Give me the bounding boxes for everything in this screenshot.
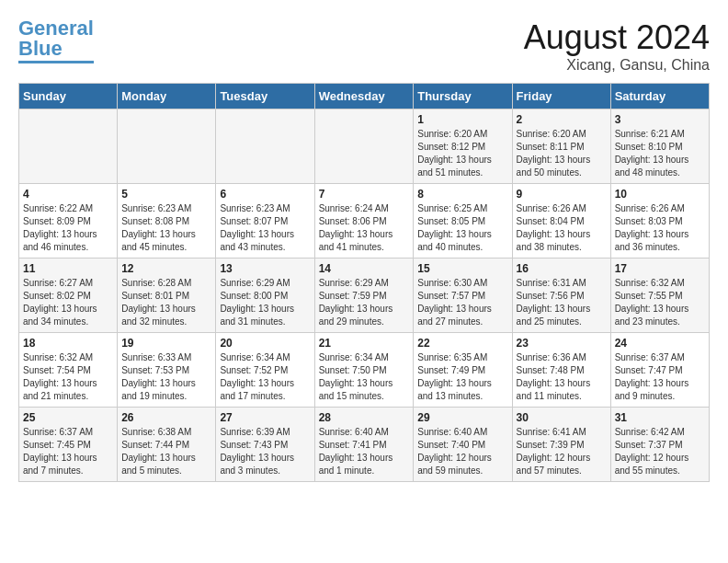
day-info: Sunrise: 6:29 AM Sunset: 7:59 PM Dayligh…: [319, 277, 410, 328]
day-info: Sunrise: 6:35 AM Sunset: 7:49 PM Dayligh…: [417, 351, 507, 403]
day-number: 17: [615, 262, 705, 275]
table-row: 26Sunrise: 6:38 AM Sunset: 7:44 PM Dayli…: [118, 408, 216, 482]
day-number: 30: [517, 411, 607, 424]
day-info: Sunrise: 6:34 AM Sunset: 7:50 PM Dayligh…: [319, 351, 410, 403]
day-info: Sunrise: 6:21 AM Sunset: 8:10 PM Dayligh…: [615, 128, 705, 179]
day-number: 28: [319, 411, 410, 424]
day-info: Sunrise: 6:34 AM Sunset: 7:52 PM Dayligh…: [220, 351, 310, 403]
table-row: [19, 109, 118, 184]
calendar-week-row: 18Sunrise: 6:32 AM Sunset: 7:54 PM Dayli…: [19, 333, 710, 408]
day-info: Sunrise: 6:32 AM Sunset: 7:55 PM Dayligh…: [615, 277, 705, 328]
day-number: 31: [615, 411, 705, 424]
day-info: Sunrise: 6:30 AM Sunset: 7:57 PM Dayligh…: [417, 277, 507, 328]
table-row: 28Sunrise: 6:40 AM Sunset: 7:41 PM Dayli…: [314, 408, 414, 482]
day-info: Sunrise: 6:22 AM Sunset: 8:09 PM Dayligh…: [23, 202, 113, 254]
day-number: 14: [319, 262, 410, 275]
table-row: 7Sunrise: 6:24 AM Sunset: 8:06 PM Daylig…: [314, 184, 414, 259]
day-info: Sunrise: 6:42 AM Sunset: 7:37 PM Dayligh…: [615, 426, 705, 477]
day-info: Sunrise: 6:40 AM Sunset: 7:41 PM Dayligh…: [319, 426, 410, 477]
day-number: 2: [517, 113, 607, 126]
table-row: 8Sunrise: 6:25 AM Sunset: 8:05 PM Daylig…: [414, 184, 512, 259]
logo-blue: Blue: [18, 37, 63, 60]
table-row: 11Sunrise: 6:27 AM Sunset: 8:02 PM Dayli…: [19, 259, 118, 333]
day-number: 1: [417, 113, 507, 126]
day-number: 6: [220, 188, 310, 201]
day-number: 13: [220, 262, 310, 275]
header-tuesday: Tuesday: [216, 84, 314, 109]
table-row: 4Sunrise: 6:22 AM Sunset: 8:09 PM Daylig…: [19, 184, 118, 259]
day-number: 20: [220, 337, 310, 350]
calendar-header-row: Sunday Monday Tuesday Wednesday Thursday…: [19, 84, 710, 109]
table-row: 15Sunrise: 6:30 AM Sunset: 7:57 PM Dayli…: [414, 259, 512, 333]
calendar-table: Sunday Monday Tuesday Wednesday Thursday…: [18, 83, 710, 482]
calendar-week-row: 4Sunrise: 6:22 AM Sunset: 8:09 PM Daylig…: [19, 184, 710, 259]
table-row: 21Sunrise: 6:34 AM Sunset: 7:50 PM Dayli…: [314, 333, 414, 408]
table-row: 6Sunrise: 6:23 AM Sunset: 8:07 PM Daylig…: [216, 184, 314, 259]
day-info: Sunrise: 6:40 AM Sunset: 7:40 PM Dayligh…: [417, 426, 507, 477]
table-row: [118, 109, 216, 184]
day-info: Sunrise: 6:24 AM Sunset: 8:06 PM Dayligh…: [319, 202, 410, 254]
logo: General Blue: [18, 18, 94, 63]
day-info: Sunrise: 6:23 AM Sunset: 8:07 PM Dayligh…: [220, 202, 310, 254]
day-info: Sunrise: 6:41 AM Sunset: 7:39 PM Dayligh…: [517, 426, 607, 477]
header-friday: Friday: [512, 84, 610, 109]
table-row: 5Sunrise: 6:23 AM Sunset: 8:08 PM Daylig…: [118, 184, 216, 259]
day-number: 26: [121, 411, 211, 424]
day-info: Sunrise: 6:32 AM Sunset: 7:54 PM Dayligh…: [23, 351, 113, 403]
day-info: Sunrise: 6:28 AM Sunset: 8:01 PM Dayligh…: [121, 277, 211, 328]
table-row: 3Sunrise: 6:21 AM Sunset: 8:10 PM Daylig…: [610, 109, 709, 184]
logo-text: General Blue: [18, 18, 94, 59]
page-header: General Blue August 2024 Xicang, Gansu, …: [18, 18, 710, 74]
day-number: 29: [417, 411, 507, 424]
table-row: 9Sunrise: 6:26 AM Sunset: 8:04 PM Daylig…: [512, 184, 610, 259]
header-sunday: Sunday: [19, 84, 118, 109]
table-row: 30Sunrise: 6:41 AM Sunset: 7:39 PM Dayli…: [512, 408, 610, 482]
table-row: 13Sunrise: 6:29 AM Sunset: 8:00 PM Dayli…: [216, 259, 314, 333]
header-wednesday: Wednesday: [314, 84, 414, 109]
table-row: 10Sunrise: 6:26 AM Sunset: 8:03 PM Dayli…: [610, 184, 709, 259]
table-row: 20Sunrise: 6:34 AM Sunset: 7:52 PM Dayli…: [216, 333, 314, 408]
day-info: Sunrise: 6:20 AM Sunset: 8:11 PM Dayligh…: [517, 128, 607, 179]
day-info: Sunrise: 6:27 AM Sunset: 8:02 PM Dayligh…: [23, 277, 113, 328]
day-number: 11: [23, 262, 113, 275]
day-number: 5: [121, 188, 211, 201]
day-info: Sunrise: 6:25 AM Sunset: 8:05 PM Dayligh…: [417, 202, 507, 254]
calendar-week-row: 1Sunrise: 6:20 AM Sunset: 8:12 PM Daylig…: [19, 109, 710, 184]
day-number: 22: [417, 337, 507, 350]
table-row: 2Sunrise: 6:20 AM Sunset: 8:11 PM Daylig…: [512, 109, 610, 184]
day-info: Sunrise: 6:33 AM Sunset: 7:53 PM Dayligh…: [121, 351, 211, 403]
day-info: Sunrise: 6:31 AM Sunset: 7:56 PM Dayligh…: [517, 277, 607, 328]
table-row: 19Sunrise: 6:33 AM Sunset: 7:53 PM Dayli…: [118, 333, 216, 408]
day-info: Sunrise: 6:37 AM Sunset: 7:47 PM Dayligh…: [615, 351, 705, 403]
day-number: 18: [23, 337, 113, 350]
day-info: Sunrise: 6:26 AM Sunset: 8:03 PM Dayligh…: [615, 202, 705, 254]
day-number: 8: [417, 188, 507, 201]
table-row: 1Sunrise: 6:20 AM Sunset: 8:12 PM Daylig…: [414, 109, 512, 184]
title-block: August 2024 Xicang, Gansu, China: [524, 18, 710, 74]
day-number: 27: [220, 411, 310, 424]
day-number: 4: [23, 188, 113, 201]
table-row: [216, 109, 314, 184]
table-row: 17Sunrise: 6:32 AM Sunset: 7:55 PM Dayli…: [610, 259, 709, 333]
day-info: Sunrise: 6:26 AM Sunset: 8:04 PM Dayligh…: [517, 202, 607, 254]
logo-underline: [18, 61, 94, 63]
day-info: Sunrise: 6:20 AM Sunset: 8:12 PM Dayligh…: [417, 128, 507, 179]
calendar-week-row: 11Sunrise: 6:27 AM Sunset: 8:02 PM Dayli…: [19, 259, 710, 333]
table-row: 12Sunrise: 6:28 AM Sunset: 8:01 PM Dayli…: [118, 259, 216, 333]
day-number: 15: [417, 262, 507, 275]
table-row: 29Sunrise: 6:40 AM Sunset: 7:40 PM Dayli…: [414, 408, 512, 482]
table-row: 18Sunrise: 6:32 AM Sunset: 7:54 PM Dayli…: [19, 333, 118, 408]
day-info: Sunrise: 6:29 AM Sunset: 8:00 PM Dayligh…: [220, 277, 310, 328]
day-info: Sunrise: 6:36 AM Sunset: 7:48 PM Dayligh…: [517, 351, 607, 403]
table-row: 22Sunrise: 6:35 AM Sunset: 7:49 PM Dayli…: [414, 333, 512, 408]
day-number: 9: [517, 188, 607, 201]
day-info: Sunrise: 6:23 AM Sunset: 8:08 PM Dayligh…: [121, 202, 211, 254]
day-number: 19: [121, 337, 211, 350]
day-info: Sunrise: 6:37 AM Sunset: 7:45 PM Dayligh…: [23, 426, 113, 477]
day-number: 3: [615, 113, 705, 126]
day-info: Sunrise: 6:38 AM Sunset: 7:44 PM Dayligh…: [121, 426, 211, 477]
table-row: 24Sunrise: 6:37 AM Sunset: 7:47 PM Dayli…: [610, 333, 709, 408]
table-row: 25Sunrise: 6:37 AM Sunset: 7:45 PM Dayli…: [19, 408, 118, 482]
header-thursday: Thursday: [414, 84, 512, 109]
day-number: 25: [23, 411, 113, 424]
